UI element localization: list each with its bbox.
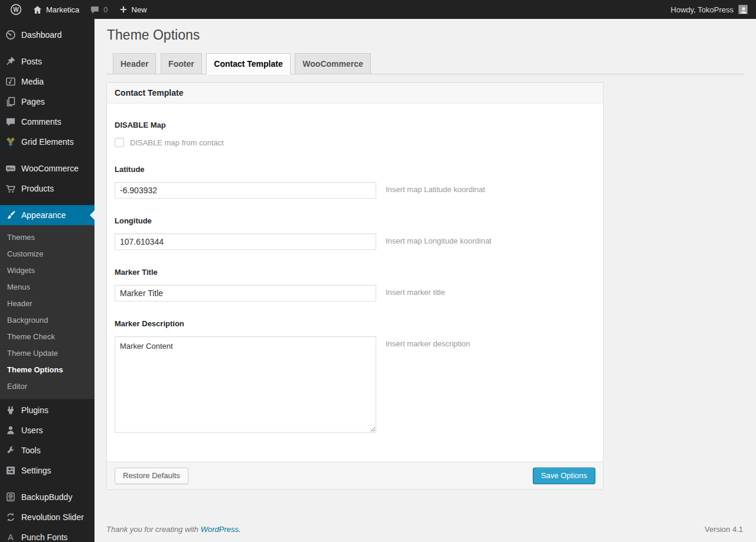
svg-text:A: A (8, 533, 14, 542)
sidebar-item-revolution-slider[interactable]: Revolution Slider (0, 507, 94, 527)
disable-map-label: DISABLE Map (115, 120, 595, 130)
panel-title: Contact Template (107, 83, 603, 103)
comments-toolbar-item[interactable]: 0 (84, 0, 113, 19)
main-content: Theme Options Header Footer Contact Temp… (94, 19, 756, 542)
footer-thanks-prefix: Thank you for creating with (106, 525, 201, 534)
backupbuddy-icon (5, 491, 17, 503)
marker-description-textarea[interactable]: Marker Content (115, 336, 376, 433)
new-content-menu[interactable]: New (113, 0, 152, 19)
sidebar-item-label: Posts (21, 57, 42, 66)
sidebar-item-tools[interactable]: Tools (0, 440, 94, 460)
sidebar-item-label: Settings (21, 466, 51, 475)
appearance-submenu: Themes Customize Widgets Menus Header Ba… (0, 225, 94, 399)
longitude-input[interactable] (115, 233, 376, 250)
brush-icon (5, 209, 17, 221)
sidebar-item-label: Revolution Slider (21, 512, 84, 522)
settings-icon (5, 465, 17, 476)
sidebar-item-punch-fonts[interactable]: A Punch Fonts (0, 527, 94, 542)
sidebar-item-backupbuddy[interactable]: BackupBuddy (0, 487, 94, 507)
submenu-item-background[interactable]: Background (0, 312, 94, 329)
sidebar-item-label: Users (21, 426, 43, 435)
comment-bubble-icon (90, 5, 100, 15)
marker-title-hint: Insert marker title (386, 285, 445, 297)
latitude-label: Latitude (115, 164, 595, 174)
restore-defaults-button[interactable]: Restore Defaults (115, 468, 188, 484)
save-options-button[interactable]: Save Options (533, 468, 595, 484)
footer-thanks-suffix: . (239, 525, 241, 534)
home-icon (32, 5, 43, 15)
sidebar-item-grid-elements[interactable]: Grid Elements (0, 132, 94, 152)
sidebar-item-products[interactable]: Products (0, 178, 94, 199)
submenu-item-editor[interactable]: Editor (0, 378, 94, 395)
longitude-label: Longitude (115, 216, 595, 226)
sidebar-item-label: BackupBuddy (21, 492, 72, 502)
disable-map-checkbox[interactable] (115, 138, 124, 147)
sidebar-item-plugins[interactable]: Plugins (0, 400, 94, 420)
new-label: New (132, 5, 147, 14)
letter-a-icon: A (5, 531, 17, 542)
sidebar-item-users[interactable]: Users (0, 420, 94, 440)
submenu-item-theme-check[interactable]: Theme Check (0, 329, 94, 345)
sidebar-item-appearance[interactable]: Appearance (0, 205, 94, 225)
latitude-input[interactable] (115, 182, 376, 199)
sidebar-item-label: Products (21, 184, 54, 193)
admin-sidebar: Dashboard Posts Media (0, 19, 94, 542)
theme-options-tabs: Header Footer Contact Template WooCommer… (106, 53, 744, 74)
sidebar-item-label: WooCommerce (21, 164, 79, 173)
wordpress-logo-menu[interactable]: W (5, 0, 27, 19)
wordpress-logo-icon: W (10, 4, 22, 15)
sidebar-item-label: Pages (21, 97, 45, 106)
sidebar-item-woocommerce[interactable]: Woo WooCommerce (0, 158, 94, 178)
comments-icon (5, 116, 17, 128)
submenu-item-widgets[interactable]: Widgets (0, 262, 94, 279)
plus-icon (119, 5, 128, 14)
media-icon (5, 76, 17, 87)
woocommerce-icon: Woo (5, 163, 17, 174)
wrench-icon (5, 444, 17, 456)
sidebar-item-label: Plugins (21, 405, 48, 415)
sidebar-item-label: Punch Fonts (21, 533, 68, 542)
sidebar-item-media[interactable]: Media (0, 72, 94, 92)
sidebar-item-label: Appearance (21, 210, 66, 220)
wordpress-link[interactable]: WordPress (201, 525, 239, 534)
submenu-item-themes[interactable]: Themes (0, 229, 94, 246)
refresh-arrows-icon (5, 511, 17, 523)
tab-header[interactable]: Header (113, 53, 156, 74)
marker-title-field: Marker Title Insert marker title (115, 267, 595, 301)
submenu-item-menus[interactable]: Menus (0, 279, 94, 296)
submenu-item-theme-update[interactable]: Theme Update (0, 345, 94, 362)
site-name-menu[interactable]: Marketica (27, 0, 84, 19)
marker-title-label: Marker Title (115, 267, 595, 277)
tab-contact-template[interactable]: Contact Template (206, 53, 290, 74)
sidebar-item-settings[interactable]: Settings (0, 460, 94, 481)
page-title: Theme Options (106, 19, 744, 44)
sidebar-item-pages[interactable]: Pages (0, 92, 94, 112)
sidebar-item-label: Comments (21, 117, 61, 126)
sidebar-item-label: Dashboard (21, 30, 62, 40)
marker-title-input[interactable] (115, 285, 376, 301)
footer-thanks: Thank you for creating with WordPress. (106, 525, 241, 534)
plugin-icon (5, 404, 17, 416)
panel-body: DISABLE Map DISABLE map from contact Lat… (107, 103, 603, 462)
svg-text:Woo: Woo (7, 167, 14, 170)
sidebar-item-comments[interactable]: Comments (0, 112, 94, 132)
tab-woocommerce[interactable]: WooCommerce (295, 53, 370, 74)
sidebar-item-label: Tools (21, 446, 41, 455)
site-name-label: Marketica (46, 5, 79, 14)
user-icon (5, 424, 17, 436)
howdy-label[interactable]: Howdy, TokoPress (671, 5, 734, 14)
sidebar-item-posts[interactable]: Posts (0, 51, 94, 72)
cart-icon (5, 183, 17, 194)
comment-count: 0 (103, 5, 107, 14)
grid-elements-icon (5, 136, 17, 148)
tab-footer[interactable]: Footer (161, 53, 202, 74)
latitude-hint: Insert map Latitude koordinat (386, 182, 485, 194)
submenu-item-theme-options[interactable]: Theme Options (0, 362, 94, 378)
svg-text:W: W (13, 7, 19, 13)
submenu-item-header[interactable]: Header (0, 296, 94, 312)
pages-icon (5, 96, 17, 108)
user-avatar[interactable] (738, 5, 748, 14)
submenu-item-customize[interactable]: Customize (0, 246, 94, 262)
latitude-field: Latitude Insert map Latitude koordinat (115, 164, 595, 199)
sidebar-item-dashboard[interactable]: Dashboard (0, 25, 94, 45)
